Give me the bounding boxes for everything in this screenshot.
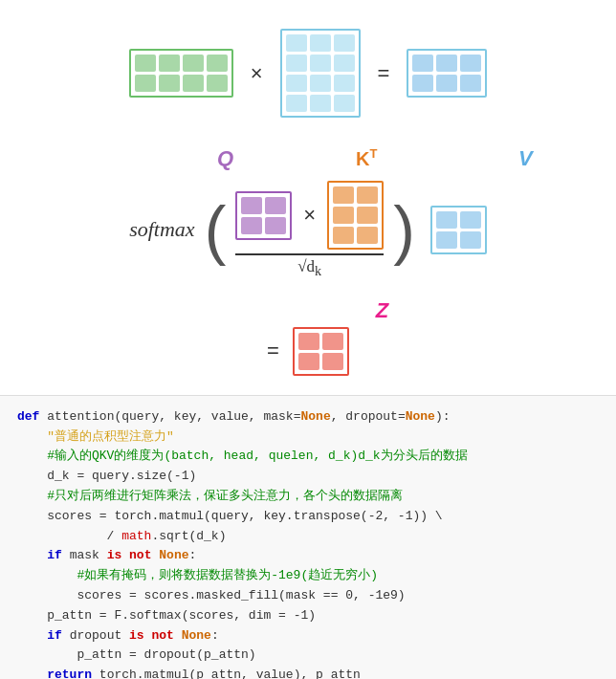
code-line-2: "普通的点积型注意力" xyxy=(17,427,599,448)
matrix-cell xyxy=(159,75,180,92)
matrix-cell xyxy=(286,34,307,52)
matrix-cell xyxy=(265,197,286,214)
matrix-cell xyxy=(310,55,331,72)
matrix-cell xyxy=(333,186,354,204)
matrix-cell xyxy=(298,333,319,350)
matrix-cell xyxy=(334,95,355,112)
matrix-cell xyxy=(183,75,204,92)
code-line-9: #如果有掩码，则将数据数据替换为-1e9(趋近无穷小) xyxy=(17,566,599,586)
matrix-cell xyxy=(334,34,355,52)
softmax-section: Q KT V softmax ( xyxy=(38,146,578,279)
code-section: def attention(query, key, value, mask=No… xyxy=(0,395,616,679)
code-line-14: return torch.matmul(p_attn, value), p_at… xyxy=(17,666,599,679)
matrix-z xyxy=(293,327,349,376)
matrix-cell xyxy=(333,227,354,244)
matrix-q xyxy=(235,191,292,240)
label-v: V xyxy=(518,146,533,171)
code-line-3: #输入的QKV的维度为(batch, head, quelen, d_k)d_k… xyxy=(17,447,599,467)
matrix-multiply-row: × = xyxy=(129,29,488,118)
matrix-cell xyxy=(286,75,307,92)
code-line-7: / math.sqrt(d_k) xyxy=(17,527,599,547)
matrix-cell xyxy=(436,55,457,72)
matrix-cell xyxy=(135,55,156,72)
matrix-cell xyxy=(357,186,378,204)
diagram-section: × = xyxy=(0,0,616,395)
page-wrapper: × = xyxy=(0,0,616,679)
matrix-kt xyxy=(327,181,384,250)
matrix-green xyxy=(129,49,233,98)
matrix-cell xyxy=(298,353,319,370)
code-line-6: scores = torch.matmul(query, key.transpo… xyxy=(17,507,599,527)
result-row: = xyxy=(267,327,349,376)
result-equals: = xyxy=(267,339,279,363)
code-line-13: p_attn = dropout(p_attn) xyxy=(17,646,599,666)
softmax-text: softmax xyxy=(129,217,194,242)
matrix-cell xyxy=(310,75,331,92)
matrix-cell xyxy=(436,75,457,92)
multiply-operator: × xyxy=(251,61,263,86)
matrix-cell xyxy=(334,55,355,72)
matrix-cell xyxy=(333,207,354,224)
fraction-denominator: √dk xyxy=(297,255,321,279)
matrix-cell xyxy=(322,353,343,370)
matrix-cell xyxy=(183,55,204,72)
matrix-cell xyxy=(460,75,481,92)
matrix-cell xyxy=(460,231,481,249)
matrix-cell xyxy=(310,34,331,52)
label-kt: KT xyxy=(356,146,377,170)
matrix-cell xyxy=(334,75,355,92)
softmax-formula-row: softmax ( × xyxy=(129,181,487,279)
matrix-cell xyxy=(207,75,228,92)
label-z: Z xyxy=(376,298,388,323)
right-paren: ) xyxy=(393,197,415,262)
result-section: Z = xyxy=(228,298,388,376)
matrix-cell xyxy=(286,55,307,72)
matrix-cell xyxy=(460,55,481,72)
code-line-1: def attention(query, key, value, mask=No… xyxy=(17,407,599,427)
left-paren: ( xyxy=(205,197,227,262)
matrix-cell xyxy=(357,227,378,244)
matrix-cell xyxy=(357,207,378,224)
times-operator: × xyxy=(303,203,316,228)
matrix-cell xyxy=(460,211,481,229)
matrix-cell xyxy=(286,95,307,112)
matrix-cell xyxy=(412,75,433,92)
matrix-cell xyxy=(322,333,343,350)
matrix-result xyxy=(407,49,487,98)
code-line-8: if mask is not None: xyxy=(17,546,599,566)
labels-row: Q KT V xyxy=(31,146,585,179)
matrix-cell xyxy=(436,211,457,229)
matrix-cell xyxy=(436,231,457,249)
matrix-cell xyxy=(265,217,286,234)
code-line-12: if dropout is not None: xyxy=(17,626,599,646)
code-line-4: d_k = query.size(-1) xyxy=(17,467,599,487)
sqrt-formula: √dk xyxy=(297,257,321,279)
matrix-cell xyxy=(241,217,262,234)
fraction-container: × √dk xyxy=(235,181,384,279)
code-line-11: p_attn = F.softmax(scores, dim = -1) xyxy=(17,606,599,626)
matrix-blue-outline xyxy=(280,29,361,118)
matrix-cell xyxy=(241,197,262,214)
equals-operator: = xyxy=(378,61,390,86)
matrix-cell xyxy=(135,75,156,92)
matrix-cell xyxy=(412,55,433,72)
fraction-numerator: × xyxy=(235,181,384,253)
label-q: Q xyxy=(217,146,233,171)
matrix-cell xyxy=(310,95,331,112)
matrix-cell xyxy=(207,55,228,72)
matrix-v xyxy=(430,206,487,254)
matrix-cell xyxy=(159,55,180,72)
code-line-5: #只对后两维进行矩阵乘法，保证多头注意力，各个头的数据隔离 xyxy=(17,487,599,507)
code-line-10: scores = scores.masked_fill(mask == 0, -… xyxy=(17,586,599,606)
